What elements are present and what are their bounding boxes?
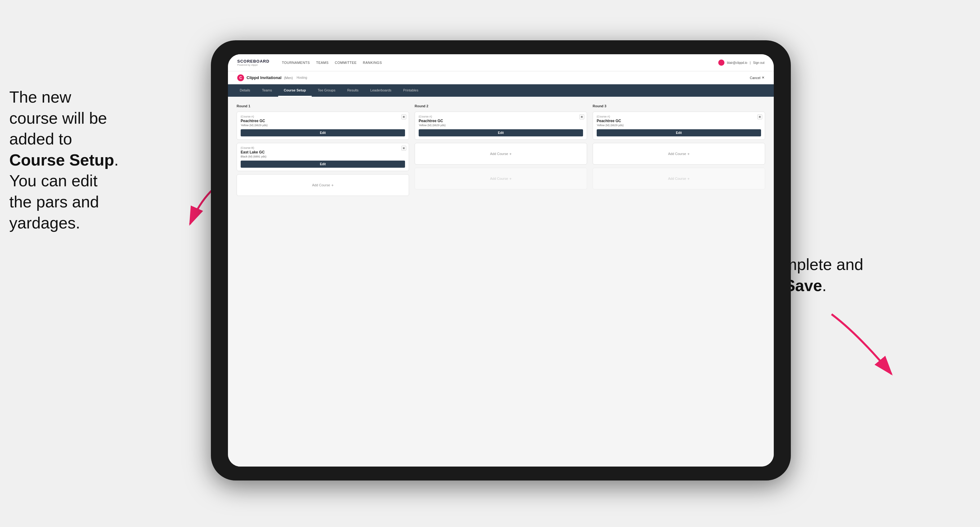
tab-printables[interactable]: Printables <box>398 84 424 97</box>
round1-course-b-label: (Course B) <box>241 146 405 149</box>
round1-course-a-edit[interactable]: Edit <box>241 129 405 137</box>
right-arrow <box>825 304 918 384</box>
round1-course-b-delete[interactable] <box>401 146 406 151</box>
tab-results[interactable]: Results <box>342 84 364 97</box>
left-annotation: The new course will be added to Course S… <box>9 87 183 233</box>
round1-course-b-name: East Lake GC <box>241 150 405 154</box>
round3-course-a-delete[interactable] <box>757 114 762 119</box>
round3-add-course[interactable]: Add Course + <box>593 143 765 165</box>
round1-course-a-card: (Course A) Peachtree GC Yellow (M) (6629… <box>237 112 409 140</box>
round3-add-course-label: Add Course <box>668 152 686 156</box>
round2-course-a-edit[interactable]: Edit <box>419 129 583 137</box>
user-email: blair@clippd.io <box>727 61 748 65</box>
top-nav-links: TOURNAMENTS TEAMS COMMITTEE RANKINGS <box>282 61 709 65</box>
round1-course-a-label: (Course A) <box>241 115 405 118</box>
round-1-label: Round 1 <box>237 104 409 108</box>
tab-leaderboards[interactable]: Leaderboards <box>365 84 397 97</box>
cancel-button[interactable]: Cancel ✕ <box>750 76 764 80</box>
round3-add-course-disabled-plus: + <box>687 176 690 181</box>
sub-header: C Clippd Invitational (Men) Hosting Canc… <box>228 71 774 84</box>
sub-header-left: C Clippd Invitational (Men) Hosting <box>237 75 307 81</box>
round-3-label: Round 3 <box>593 104 765 108</box>
logo-title: SCOREBOARD <box>237 59 269 63</box>
round2-add-course-plus: + <box>509 152 512 156</box>
user-avatar <box>718 60 724 66</box>
round2-course-a-delete[interactable] <box>579 114 584 119</box>
round2-add-course[interactable]: Add Course + <box>415 143 587 165</box>
round3-course-a-details: Yellow (M) (6629 yds) <box>597 124 761 127</box>
round2-course-a-card: (Course A) Peachtree GC Yellow (M) (6629… <box>415 112 587 140</box>
round-1-column: Round 1 (Course A) Peachtree GC Ye <box>237 104 409 199</box>
tournament-gender: (Men) <box>284 76 293 80</box>
delete-icon <box>581 116 583 118</box>
round2-add-course-label: Add Course <box>490 152 508 156</box>
round2-course-a-name: Peachtree GC <box>419 119 583 123</box>
round2-add-course-disabled-plus: + <box>509 176 512 181</box>
delete-icon <box>402 116 405 118</box>
round1-course-a-delete[interactable] <box>401 114 406 119</box>
tab-tee-groups[interactable]: Tee Groups <box>312 84 341 97</box>
logo-subtitle: Powered by clippd <box>237 63 269 66</box>
nav-committee[interactable]: COMMITTEE <box>335 61 357 65</box>
tab-teams[interactable]: Teams <box>256 84 278 97</box>
round1-add-course[interactable]: Add Course + <box>237 174 409 196</box>
nav-rankings[interactable]: RANKINGS <box>363 61 382 65</box>
tab-details[interactable]: Details <box>234 84 256 97</box>
round1-course-b-edit[interactable]: Edit <box>241 160 405 168</box>
round-2-label: Round 2 <box>415 104 587 108</box>
main-content: Round 1 (Course A) Peachtree GC Ye <box>228 97 774 467</box>
hosting-badge: Hosting <box>296 76 307 79</box>
round1-course-b-details: Black (M) (6891 yds) <box>241 155 405 158</box>
round1-course-b-card: (Course B) East Lake GC Black (M) (6891 … <box>237 143 409 171</box>
round3-course-a-name: Peachtree GC <box>597 119 761 123</box>
round3-add-course-disabled-label: Add Course <box>668 177 686 181</box>
round3-course-a-label: (Course A) <box>597 115 761 118</box>
nav-teams[interactable]: TEAMS <box>316 61 328 65</box>
round3-add-course-disabled: Add Course + <box>593 168 765 189</box>
round1-add-course-label: Add Course <box>312 183 330 187</box>
round3-add-course-plus: + <box>687 152 690 156</box>
sign-out-link[interactable]: Sign out <box>753 61 764 65</box>
tabs-bar: Details Teams Course Setup Tee Groups Re… <box>228 84 774 97</box>
round1-course-a-name: Peachtree GC <box>241 119 405 123</box>
round1-add-course-plus: + <box>331 183 334 187</box>
round3-course-a-card: (Course A) Peachtree GC Yellow (M) (6629… <box>593 112 765 140</box>
round-3-column: Round 3 (Course A) Peachtree GC Ye <box>593 104 765 199</box>
scoreboard-logo: SCOREBOARD Powered by clippd <box>237 59 269 66</box>
round1-course-a-details: Yellow (M) (6629 yds) <box>241 124 405 127</box>
delete-icon <box>759 116 761 118</box>
delete-icon <box>402 147 405 149</box>
top-nav-right: blair@clippd.io | Sign out <box>718 60 764 66</box>
round2-course-a-label: (Course A) <box>419 115 583 118</box>
round2-add-course-disabled: Add Course + <box>415 168 587 189</box>
round2-add-course-disabled-label: Add Course <box>490 177 508 181</box>
round-2-column: Round 2 (Course A) Peachtree GC Ye <box>415 104 587 199</box>
tablet-screen: SCOREBOARD Powered by clippd TOURNAMENTS… <box>228 54 774 467</box>
tab-course-setup[interactable]: Course Setup <box>278 84 312 97</box>
tablet-device: SCOREBOARD Powered by clippd TOURNAMENTS… <box>211 40 791 481</box>
rounds-grid: Round 1 (Course A) Peachtree GC Ye <box>237 104 765 199</box>
round3-course-a-edit[interactable]: Edit <box>597 129 761 137</box>
clippd-logo: C <box>237 75 244 81</box>
round2-course-a-details: Yellow (M) (6629 yds) <box>419 124 583 127</box>
tournament-name: Clippd Invitational <box>247 75 282 80</box>
top-nav: SCOREBOARD Powered by clippd TOURNAMENTS… <box>228 54 774 71</box>
nav-tournaments[interactable]: TOURNAMENTS <box>282 61 310 65</box>
